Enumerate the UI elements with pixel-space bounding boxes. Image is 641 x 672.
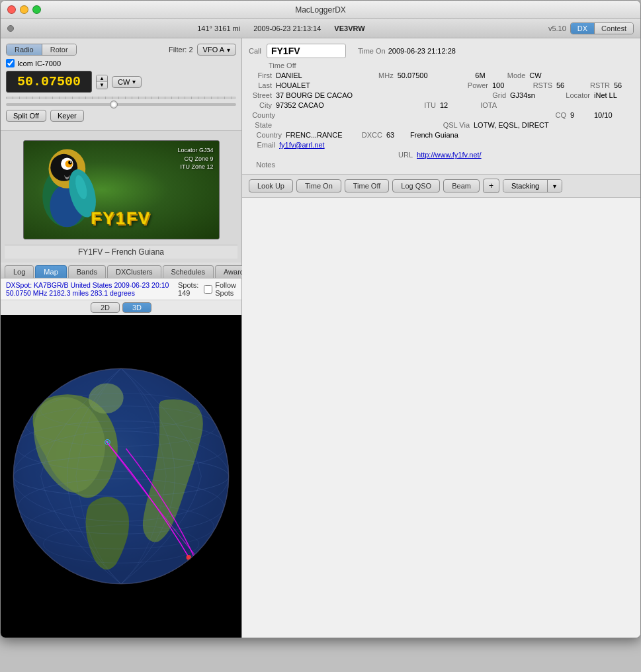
version-display: v5.10 bbox=[548, 24, 566, 32]
vfo-dropdown[interactable]: VFO A bbox=[197, 44, 236, 56]
qso-image-section: Locator GJ34 CQ Zone 9 ITU Zone 12 FY1FV… bbox=[1, 131, 241, 263]
dxcc-name: French Guiana bbox=[410, 131, 634, 139]
time-off-row: Time Off bbox=[269, 62, 634, 69]
action-bar: Look Up Time On Time Off Log QSO Beam + … bbox=[242, 175, 640, 198]
map-controls: 2D 3D bbox=[1, 300, 241, 315]
follow-spots-checkbox[interactable]: Follow Spots bbox=[204, 281, 236, 297]
dxspot-bar: DXSpot: KA7BGR/B United States 2009-06-2… bbox=[1, 278, 241, 300]
county-label: County bbox=[249, 111, 275, 119]
qsl-via-label: QSL Via bbox=[440, 121, 470, 129]
country-value: FRENC...RANCE bbox=[286, 131, 352, 139]
tab-map[interactable]: Map bbox=[35, 265, 66, 278]
street-label: Street bbox=[249, 91, 272, 99]
rsts-label: RSTS bbox=[523, 81, 552, 89]
stepper-down[interactable]: ▼ bbox=[97, 82, 107, 89]
split-off-button[interactable]: Split Off bbox=[6, 110, 46, 122]
state-label: State bbox=[249, 121, 272, 129]
city-value: 97352 CACAO bbox=[276, 101, 409, 109]
power-label: Power bbox=[455, 81, 488, 89]
rstr-label: RSTR bbox=[580, 81, 610, 89]
log-qso-button[interactable]: Log QSO bbox=[392, 179, 440, 192]
keyer-button[interactable]: Keyer bbox=[50, 110, 84, 122]
titlebar: MacLoggerDX bbox=[1, 1, 640, 19]
main-tab-bar: Log Map Bands DXClusters Schedules Award… bbox=[1, 263, 241, 278]
filter-display: Filter: 2 bbox=[169, 46, 193, 54]
url-label: URL bbox=[398, 151, 413, 159]
radio-checkbox-row: Icom IC-7000 bbox=[6, 59, 236, 67]
last-label: Last bbox=[249, 81, 272, 89]
segmented-slider[interactable] bbox=[6, 97, 236, 99]
main-window: MacLoggerDX 141° 3161 mi 2009-06-23 21:1… bbox=[0, 0, 641, 638]
tab-schedules[interactable]: Schedules bbox=[163, 265, 214, 278]
left-panel: Radio Rotor Filter: 2 VFO A Icom IC-7000… bbox=[1, 38, 242, 638]
locator-label: Locator bbox=[554, 91, 590, 99]
plus-button[interactable]: + bbox=[483, 179, 499, 193]
country-row: Country FRENC...RANCE DXCC 63 French Gui… bbox=[249, 131, 634, 139]
street-row: Street 37 BOURG DE CACAO Grid GJ34sn Loc… bbox=[249, 91, 634, 99]
band-value: 6M bbox=[475, 71, 498, 79]
url-row-container: URL http://www.fy1fv.net/ bbox=[249, 151, 634, 159]
tab-dxclusters[interactable]: DXClusters bbox=[107, 265, 161, 278]
globe-container bbox=[1, 315, 241, 638]
mhz-value: 50.07500 bbox=[398, 71, 472, 79]
spots-count: Spots: 149 bbox=[178, 281, 198, 297]
dxspot-text: DXSpot: KA7BGR/B United States 2009-06-2… bbox=[6, 281, 178, 297]
2d-button[interactable]: 2D bbox=[91, 302, 120, 313]
callsign-display: VE3VRW bbox=[334, 24, 364, 32]
minimize-button[interactable] bbox=[20, 5, 28, 14]
stacking-dropdown[interactable]: ▾ bbox=[548, 180, 562, 192]
street-value: 37 BOURG DE CACAO bbox=[276, 91, 476, 99]
qso-image: Locator GJ34 CQ Zone 9 ITU Zone 12 FY1FV bbox=[23, 140, 220, 239]
close-button[interactable] bbox=[7, 5, 16, 14]
look-up-button[interactable]: Look Up bbox=[249, 179, 293, 192]
dx-button[interactable]: DX bbox=[571, 23, 595, 34]
frequency-stepper[interactable]: ▲ ▼ bbox=[96, 75, 108, 89]
locator-value: iNet LL bbox=[594, 91, 634, 99]
iota-label: IOTA bbox=[464, 101, 497, 109]
power-value: 100 bbox=[492, 81, 519, 89]
email-value[interactable]: fy1fv@arrl.net bbox=[279, 141, 634, 149]
cq-label: CQ bbox=[550, 111, 566, 119]
rsts-value: 56 bbox=[556, 81, 576, 89]
notes-label: Notes bbox=[249, 161, 275, 169]
status-indicator bbox=[7, 25, 14, 32]
email-label: Email bbox=[249, 141, 275, 149]
mhz-label: MHz bbox=[354, 71, 394, 79]
mode-dropdown[interactable]: CW bbox=[112, 76, 142, 88]
svg-point-6 bbox=[68, 161, 72, 165]
mode-value: CW bbox=[529, 71, 556, 79]
stacking-button[interactable]: Stacking bbox=[503, 180, 548, 192]
cq-count: 10/10 bbox=[594, 111, 634, 119]
svg-point-23 bbox=[107, 441, 108, 443]
slider-container bbox=[6, 97, 236, 106]
call-label: Call bbox=[249, 47, 261, 55]
qsl-via-value: LOTW, EQSL, DIRECT bbox=[474, 121, 634, 129]
right-panel: Call Time On 2009-06-23 21:12:28 Time Of… bbox=[242, 38, 640, 638]
tab-log[interactable]: Log bbox=[5, 265, 34, 278]
distance-display: 141° 3161 mi bbox=[197, 24, 240, 32]
map-area bbox=[1, 315, 241, 638]
url-value[interactable]: http://www.fy1fv.net/ bbox=[417, 151, 482, 159]
stepper-up[interactable]: ▲ bbox=[97, 75, 107, 82]
last-value: HOUALET bbox=[276, 81, 451, 89]
tab-bands[interactable]: Bands bbox=[68, 265, 106, 278]
frequency-display: 50.07500 bbox=[6, 71, 92, 93]
radio-model-checkbox[interactable]: Icom IC-7000 bbox=[6, 59, 61, 67]
county-row: County CQ 9 10/10 bbox=[249, 111, 634, 119]
maximize-button[interactable] bbox=[32, 5, 41, 14]
beam-button[interactable]: Beam bbox=[443, 179, 480, 192]
time-on-button[interactable]: Time On bbox=[296, 179, 341, 192]
station-label: FY1FV – French Guiana bbox=[5, 245, 237, 259]
datetime-display: 2009-06-23 21:13:14 bbox=[253, 24, 321, 32]
follow-spots-input[interactable] bbox=[204, 285, 212, 294]
slider-track[interactable] bbox=[6, 103, 236, 106]
contest-button[interactable]: Contest bbox=[595, 23, 633, 34]
call-input[interactable] bbox=[267, 44, 346, 58]
slider-thumb[interactable] bbox=[110, 101, 118, 108]
svg-point-7 bbox=[70, 161, 71, 163]
3d-button[interactable]: 3D bbox=[122, 302, 151, 313]
radio-checkbox[interactable] bbox=[6, 59, 15, 67]
time-off-button[interactable]: Time Off bbox=[345, 179, 390, 192]
rotor-tab[interactable]: Rotor bbox=[42, 44, 76, 55]
radio-tab[interactable]: Radio bbox=[7, 44, 42, 55]
